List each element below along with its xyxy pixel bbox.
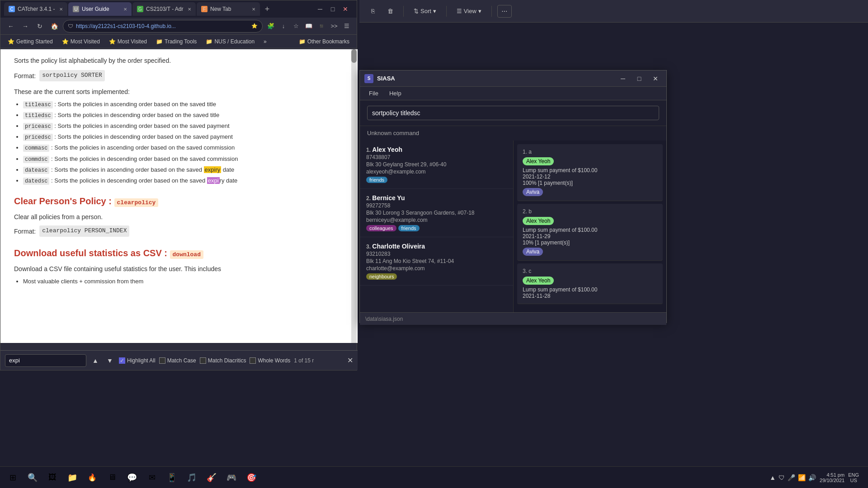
tab-close-catcher[interactable]: ✕	[59, 7, 63, 12]
taskbar-files[interactable]: 📁	[63, 469, 81, 487]
extensions-icon[interactable]: 🧩	[265, 21, 276, 32]
taskbar-widgets[interactable]: 🖼	[43, 469, 61, 487]
forward-button[interactable]: →	[19, 20, 31, 32]
siasa-command-input[interactable]	[367, 106, 659, 120]
tray-mic[interactable]: 🎤	[788, 474, 795, 481]
find-close-button[interactable]: ✕	[347, 356, 353, 365]
taskbar-chat[interactable]: 💬	[123, 469, 141, 487]
siasa-maximize[interactable]: □	[633, 73, 646, 84]
taskbar-extra[interactable]: 🎯	[242, 469, 260, 487]
more-tools-icon[interactable]: >>	[329, 21, 340, 32]
siasa-minimize[interactable]: ─	[617, 73, 629, 84]
list-item: datedsc : Sorts the policies in descendi…	[23, 176, 344, 186]
list-item: commasc : Sorts the policies in ascendin…	[23, 143, 344, 153]
person-item[interactable]: 1. Alex Yeoh 87438807 Blk 30 Geylang Str…	[360, 141, 513, 189]
lang-indicator: ENG US	[848, 472, 859, 483]
whole-words-checkbox[interactable]	[250, 357, 256, 364]
policy-assignee: Alex Yeoh	[523, 277, 554, 285]
list-item: commdsc : Sorts the policies in descendi…	[23, 155, 344, 164]
browser-close[interactable]: ✕	[340, 3, 351, 15]
policy-index: 1. a	[523, 149, 657, 155]
back-button[interactable]: ←	[5, 20, 17, 32]
sort-button[interactable]: ⇅ Sort ▾	[409, 6, 441, 16]
taskbar-start[interactable]: ⊞	[4, 469, 22, 487]
tab-close-user-guide[interactable]: ✕	[123, 7, 127, 12]
view-button[interactable]: ☰ View ▾	[452, 6, 486, 16]
person-item[interactable]: 3. Charlotte Oliveira 93210283 Blk 11 An…	[360, 237, 513, 286]
highlight-all-option[interactable]: ✓ Highlight All	[119, 357, 156, 364]
taskbar-mail[interactable]: ✉	[143, 469, 161, 487]
tab-new-tab[interactable]: F New Tab ✕	[197, 2, 260, 16]
match-case-option[interactable]: Match Case	[159, 357, 196, 364]
policy-item[interactable]: 3. c Alex Yeoh Lump sum payment of $100.…	[517, 263, 663, 304]
refresh-button[interactable]: ↻	[34, 20, 46, 32]
browser-minimize[interactable]: ─	[314, 3, 326, 15]
bookmark-trading-tools[interactable]: 📁 Trading Tools	[152, 38, 200, 46]
address-bar[interactable]: 🛡 https://ay2122s1-cs2103-f10-4.github.i…	[63, 20, 263, 33]
home-button[interactable]: 🏠	[48, 20, 60, 32]
find-prev-button[interactable]: ▲	[90, 355, 101, 366]
list-item: priceasc : Sorts the policies in ascendi…	[23, 122, 344, 131]
pocket-icon[interactable]: ◾	[316, 21, 327, 32]
taskbar-music[interactable]: 🎵	[183, 469, 201, 487]
taskbar-spotify[interactable]: 🎸	[203, 469, 221, 487]
match-case-checkbox[interactable]	[159, 357, 165, 364]
new-tab-button[interactable]: +	[261, 3, 274, 15]
taskbar-search[interactable]: 🔍	[24, 469, 42, 487]
reader-icon[interactable]: 📖	[303, 21, 314, 32]
policy-item[interactable]: 2. b Alex Yeoh Lump sum payment of $100.…	[517, 204, 663, 261]
tray-arrow[interactable]: ▲	[769, 474, 776, 481]
bookmark-most-visited-2[interactable]: ⭐ Most Visited	[105, 38, 151, 46]
bookmark-nus-education[interactable]: 📁 NUS / Education	[202, 38, 258, 46]
policy-item[interactable]: 1. a Alex Yeoh Lump sum payment of $100.…	[517, 144, 663, 201]
siasa-titlebar: S SIASA ─ □ ✕	[360, 70, 666, 87]
match-diacritics-option[interactable]: Match Diacritics	[200, 357, 246, 364]
scrollbar-thumb[interactable]	[351, 49, 357, 63]
menu-file[interactable]: File	[364, 88, 383, 99]
tray-network[interactable]: 📶	[798, 474, 806, 481]
menu-icon[interactable]: ☰	[341, 21, 352, 32]
taskbar-monitor[interactable]: 🖥	[103, 469, 121, 487]
find-input[interactable]	[5, 354, 86, 367]
taskbar-firefox[interactable]: 🔥	[83, 469, 101, 487]
person-list: 1. Alex Yeoh 87438807 Blk 30 Geylang Str…	[360, 141, 514, 312]
highlight-checkbox[interactable]: ✓	[119, 357, 125, 364]
find-next-button[interactable]: ▼	[104, 355, 115, 366]
menu-help[interactable]: Help	[385, 88, 406, 99]
match-diacritics-checkbox[interactable]	[200, 357, 206, 364]
tab-user-guide[interactable]: U User Guide ✕	[68, 2, 132, 16]
tab-close-cs2103[interactable]: ✕	[188, 7, 191, 12]
toolbar-delete-button[interactable]: 🗑	[383, 6, 398, 16]
page-scrollbar[interactable]	[351, 49, 357, 343]
taskbar-game[interactable]: 🎮	[222, 469, 241, 487]
siasa-close[interactable]: ✕	[649, 73, 662, 84]
tab-close-new-tab[interactable]: ✕	[252, 7, 255, 12]
more-options-button[interactable]: ···	[497, 5, 512, 18]
policy-assignee: Alex Yeoh	[523, 217, 554, 225]
person-item[interactable]: 2. Bernice Yu 99272758 Blk 30 Lorong 3 S…	[360, 189, 513, 237]
siasa-window: S SIASA ─ □ ✕ File Help Unknown command	[359, 70, 667, 323]
other-bookmarks[interactable]: 📁 Other Bookmarks	[295, 38, 353, 46]
tab-bar: C CATcher 3.4.1 - ✕ U User Guide ✕ G CS2…	[0, 0, 357, 18]
tray-sound[interactable]: 🔊	[808, 474, 816, 481]
tab-favicon-catcher: C	[9, 6, 15, 12]
taskbar-phone[interactable]: 📱	[163, 469, 181, 487]
person-number: 93210283	[366, 251, 507, 257]
clear-format-label: Format:	[14, 226, 36, 236]
taskbar-clock[interactable]: 4:51 pm 29/10/2021	[820, 472, 844, 483]
bookmarks-bar: ⭐ Getting Started ⭐ Most Visited ⭐ Most …	[0, 35, 357, 48]
sync-icon[interactable]: ↓	[278, 21, 289, 32]
toolbar-copy-button[interactable]: ⎘	[367, 6, 379, 16]
match-diacritics-label: Match Diacritics	[208, 357, 246, 364]
bookmark-icon[interactable]: ☆	[291, 21, 302, 32]
bookmarks-more-button[interactable]: »	[260, 38, 270, 46]
whole-words-option[interactable]: Whole Words	[250, 357, 290, 364]
tab-cs2103[interactable]: G CS2103/T - Adr ✕	[132, 2, 196, 16]
clear-code: clearpolicy	[114, 198, 159, 207]
bookmark-most-visited-1[interactable]: ⭐ Most Visited	[58, 38, 104, 46]
browser-maximize[interactable]: □	[327, 3, 339, 15]
tab-catcher[interactable]: C CATcher 3.4.1 - ✕	[4, 2, 67, 16]
tray-shield[interactable]: 🛡	[778, 474, 785, 481]
sort-icon: ⇅	[414, 8, 419, 14]
bookmark-getting-started[interactable]: ⭐ Getting Started	[4, 38, 57, 46]
